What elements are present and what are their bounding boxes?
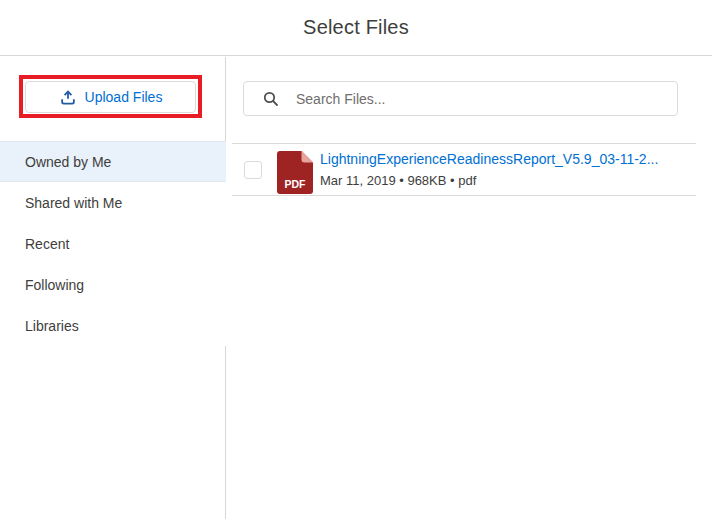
sidebar-nav: Owned by Me Shared with Me Recent Follow… bbox=[0, 141, 226, 346]
sidebar-item-label: Following bbox=[25, 277, 84, 293]
sidebar-item-following[interactable]: Following bbox=[0, 264, 226, 305]
file-text-block: LightningExperienceReadinessReport_V5.9_… bbox=[320, 150, 692, 190]
file-checkbox[interactable] bbox=[244, 161, 262, 179]
pdf-file-icon: PDF bbox=[277, 151, 313, 194]
sidebar-item-label: Owned by Me bbox=[25, 154, 111, 170]
upload-icon bbox=[59, 88, 77, 106]
modal-header: Select Files bbox=[0, 0, 712, 56]
upload-files-label: Upload Files bbox=[85, 89, 163, 105]
search-box bbox=[243, 81, 678, 116]
upload-files-button[interactable]: Upload Files bbox=[25, 81, 196, 113]
sidebar-item-recent[interactable]: Recent bbox=[0, 223, 226, 264]
pdf-badge-text: PDF bbox=[285, 178, 307, 190]
sidebar-item-label: Recent bbox=[25, 236, 69, 252]
file-meta: Mar 11, 2019 • 968KB • pdf bbox=[320, 172, 692, 190]
sidebar: Upload Files Owned by Me Shared with Me … bbox=[0, 57, 226, 519]
sidebar-item-label: Shared with Me bbox=[25, 195, 122, 211]
file-name-link[interactable]: LightningExperienceReadinessReport_V5.9_… bbox=[320, 150, 692, 169]
sidebar-item-owned-by-me[interactable]: Owned by Me bbox=[0, 141, 226, 182]
main-content: PDF LightningExperienceReadinessReport_V… bbox=[227, 57, 712, 519]
search-input[interactable] bbox=[296, 82, 677, 115]
page-title: Select Files bbox=[303, 16, 409, 39]
file-row[interactable]: PDF LightningExperienceReadinessReport_V… bbox=[232, 143, 696, 196]
search-icon bbox=[244, 91, 296, 107]
sidebar-item-shared-with-me[interactable]: Shared with Me bbox=[0, 182, 226, 223]
sidebar-item-libraries[interactable]: Libraries bbox=[0, 305, 226, 346]
upload-highlight-annotation: Upload Files bbox=[19, 75, 202, 118]
sidebar-item-label: Libraries bbox=[25, 318, 79, 334]
